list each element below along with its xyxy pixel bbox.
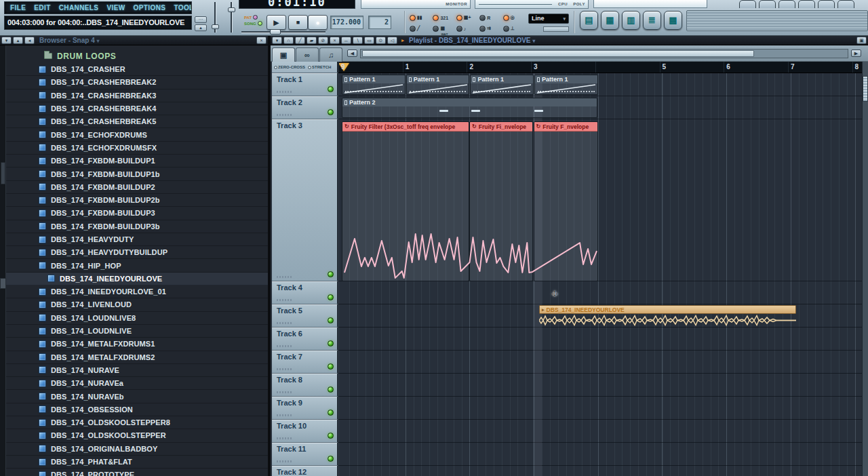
pattern-clip[interactable]: Pattern 2 bbox=[342, 98, 597, 118]
list-item[interactable]: DBS_174_CRASHERBREAK3 bbox=[6, 90, 268, 102]
hint-panel-button[interactable]: ⋯ bbox=[195, 16, 207, 23]
rec-option-toggle[interactable]: ╱ bbox=[410, 26, 433, 32]
track-enable-led[interactable] bbox=[328, 340, 334, 346]
back-icon[interactable]: ◂ bbox=[24, 37, 35, 44]
track-enable-led[interactable] bbox=[328, 386, 334, 393]
rec-option-toggle[interactable]: ⇉ bbox=[479, 26, 502, 32]
list-item[interactable]: DBS_174_ECHOFXDRUMSFX bbox=[6, 142, 268, 155]
list-item[interactable]: DBS_174_FXBDM-BUILDUP2 bbox=[6, 181, 268, 194]
window-switch-button[interactable]: ▥ bbox=[622, 11, 640, 30]
menu-item[interactable]: EDIT bbox=[34, 4, 50, 12]
list-item[interactable]: DBS_174_ORIGINALBADBOY bbox=[6, 443, 268, 456]
song-mode-led[interactable] bbox=[258, 21, 262, 26]
window-switch-button[interactable]: ▤ bbox=[580, 11, 598, 30]
list-item[interactable]: DBS_174_ECHOFXDRUMS bbox=[6, 128, 268, 141]
track-header[interactable]: Track 1 bbox=[272, 73, 338, 96]
menu-item[interactable]: FILE bbox=[10, 4, 26, 12]
pattern-clip[interactable]: Pattern 1 bbox=[534, 75, 598, 95]
list-item[interactable]: DBS_174_METALFXDRUMS2 bbox=[6, 351, 268, 364]
track-enable-led[interactable] bbox=[328, 433, 334, 439]
track-enable-led[interactable] bbox=[328, 410, 334, 416]
loop-icon[interactable]: ∩ bbox=[283, 37, 294, 44]
tab-audio[interactable]: ♫ bbox=[319, 47, 342, 62]
zoom-tool-icon[interactable]: ⊙ bbox=[376, 37, 386, 44]
list-item[interactable]: DBS_174_FXBDM-BUILDUP2b bbox=[6, 194, 268, 207]
list-item[interactable]: DBS_174_HEAVYDUTY bbox=[6, 233, 268, 246]
list-item[interactable]: DBS_174_FXBDM-BUILDUP1b bbox=[6, 167, 268, 180]
browser-folder-drum-loops[interactable]: DRUM LOOPS bbox=[6, 49, 268, 62]
tab-automation[interactable]: ∞ bbox=[296, 47, 319, 62]
rec-option-toggle[interactable]: 321 bbox=[433, 15, 456, 21]
restore-window-icon[interactable]: ▣ bbox=[856, 37, 867, 44]
delete-tool-icon[interactable]: ⊘ bbox=[318, 37, 328, 44]
horizontal-scrollbar[interactable] bbox=[360, 49, 848, 58]
play-button[interactable]: ▶ bbox=[267, 15, 286, 30]
playback-tool-icon[interactable]: ◁ bbox=[387, 37, 397, 44]
pat-song-switch[interactable]: PAT SONG bbox=[244, 14, 266, 26]
window-switch-button[interactable]: ≣ bbox=[643, 11, 661, 30]
rec-option-toggle[interactable]: ▮▮ bbox=[410, 15, 433, 21]
slice-tool-icon[interactable]: ∖ bbox=[353, 37, 363, 44]
list-item[interactable]: DBS_174_HEAVYDUTYBUILDUP bbox=[6, 246, 268, 259]
chevron-down-icon[interactable]: ▾ bbox=[96, 38, 99, 44]
window-switch-button[interactable]: ▩ bbox=[664, 11, 682, 30]
paint-tool-icon[interactable]: ▰ bbox=[307, 37, 317, 44]
window-switch-button[interactable]: ▦ bbox=[601, 11, 619, 30]
track-header[interactable]: Track 4 bbox=[272, 281, 338, 304]
slip-tool-icon[interactable]: ↔ bbox=[341, 37, 351, 44]
track-header[interactable]: Track 8 bbox=[272, 374, 338, 397]
list-item[interactable]: DBS_174_PROTOTYPE bbox=[6, 469, 268, 476]
track-enable-led[interactable] bbox=[328, 271, 334, 277]
shuffle-thumb[interactable] bbox=[270, 29, 281, 35]
chevron-down-icon[interactable]: ▾ bbox=[272, 37, 282, 44]
menu-item[interactable]: CHANNELS bbox=[59, 4, 99, 12]
mute-tool-icon[interactable]: × bbox=[330, 37, 340, 44]
hint-panel-up-button[interactable]: ▴ bbox=[195, 24, 207, 31]
browser-left-scrollbar[interactable] bbox=[0, 45, 6, 476]
record-button[interactable]: ● bbox=[308, 15, 328, 30]
pattern-clip[interactable]: Pattern 1 bbox=[342, 75, 406, 95]
list-item[interactable]: DBS_174_CRASHERBREAK5 bbox=[6, 115, 268, 128]
tempo-display[interactable]: 172.000 bbox=[330, 16, 363, 29]
list-item[interactable]: DBS_174_CRASHERBREAK4 bbox=[6, 102, 268, 115]
tab-patterns[interactable]: ▣ bbox=[272, 47, 295, 62]
track-enable-led[interactable] bbox=[328, 363, 334, 370]
track-header[interactable]: Track 3 bbox=[272, 119, 338, 281]
rec-option-toggle[interactable]: ▦+ bbox=[456, 15, 479, 21]
list-item[interactable]: DBS_174_FXBDM-BUILDUP3b bbox=[6, 220, 268, 233]
list-item[interactable]: DBS_174_FXBDM-BUILDUP1 bbox=[6, 155, 268, 167]
list-item[interactable]: DBS_174_FXBDM-BUILDUP3 bbox=[6, 207, 268, 220]
track-enable-led[interactable] bbox=[328, 109, 334, 115]
menu-item[interactable]: OPTIONS bbox=[134, 4, 166, 12]
timeline-ruler[interactable]: 12356789 bbox=[338, 62, 863, 73]
track-header[interactable]: Track 10 bbox=[272, 420, 338, 443]
pattern-number-display[interactable]: 2 bbox=[368, 16, 391, 29]
rec-option-toggle[interactable]: ⊥ bbox=[503, 26, 526, 32]
scrollbar-thumb[interactable] bbox=[1, 162, 5, 184]
track-header[interactable]: Track 7 bbox=[272, 351, 338, 374]
track-enable-led[interactable] bbox=[328, 456, 334, 462]
list-item[interactable]: DBS_174_NURAVE bbox=[6, 364, 268, 377]
zero-cross-toggle[interactable]: ZERO-CROSS bbox=[274, 65, 305, 69]
audio-clip[interactable]: ▸DBS_174_INEEDYOURLOVE bbox=[539, 305, 796, 329]
list-item[interactable]: DBS_174_METALFXDRUMS1 bbox=[6, 338, 268, 351]
stretch-toggle[interactable]: STRETCH bbox=[308, 65, 331, 69]
track-enable-led[interactable] bbox=[328, 294, 334, 300]
close-icon[interactable]: × bbox=[256, 37, 267, 44]
pattern-clip[interactable]: Pattern 1 bbox=[406, 75, 470, 95]
track-header[interactable]: Track 9 bbox=[272, 397, 338, 420]
rec-option-toggle[interactable]: ▦ WAIT bbox=[433, 26, 456, 32]
scrollbar-thumb[interactable] bbox=[863, 76, 868, 102]
menu-item[interactable]: VIEW bbox=[106, 4, 125, 12]
track-header[interactable]: Track 6 bbox=[272, 328, 338, 351]
scroll-right-icon[interactable]: ▶ bbox=[851, 49, 861, 57]
shuffle-slider[interactable] bbox=[241, 31, 326, 33]
select-tool-icon[interactable]: ▭ bbox=[364, 37, 374, 44]
chevron-down-icon[interactable]: ▾ bbox=[1, 37, 12, 44]
chevron-up-icon[interactable]: ▴ bbox=[13, 37, 23, 44]
track-enable-led[interactable] bbox=[328, 317, 334, 323]
track-enable-led[interactable] bbox=[328, 86, 334, 92]
rec-option-toggle[interactable]: ◎ bbox=[503, 15, 526, 21]
track-header[interactable]: Track 12 bbox=[272, 466, 338, 476]
rec-mode-dropdown[interactable]: Line▾ bbox=[528, 14, 569, 24]
